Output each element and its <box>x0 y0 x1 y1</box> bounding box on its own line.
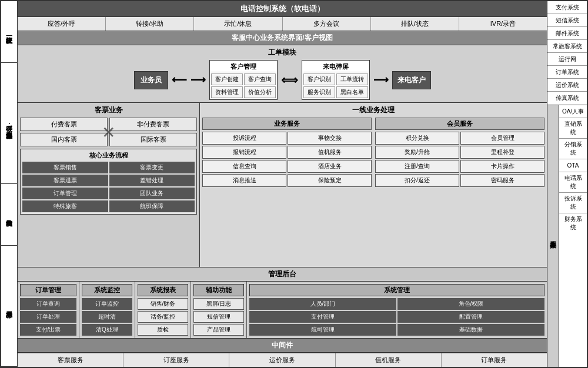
phone-btn-0[interactable]: 应答/外呼 <box>18 17 106 31</box>
mem-2: 奖励/升舱 <box>375 146 459 159</box>
rs-5: 订单系统 <box>547 66 587 79</box>
mgmt-sysmgmt: 系统管理 人员/部门 角色/权限 支付管理 配置管理 航司管理 基础数据 <box>247 282 547 338</box>
assist-items: 黑屏/日志 短信管理 产品管理 <box>193 298 244 336</box>
report-2: 质检 <box>138 324 188 336</box>
agent-box: 业务员 <box>134 71 168 89</box>
center-content: 电话控制系统（软电话） 应答/外呼 转接/求助 示忙/休息 多方会议 排队/状态… <box>18 1 547 367</box>
biz-5: 酒店业务 <box>288 160 372 173</box>
ticket-type-1: 非付费客票 <box>109 118 197 131</box>
cust-cell-0: 客户创建 <box>211 73 243 85</box>
biz-sub-title: 业务服务 <box>202 118 372 130</box>
core-grid: 客票销售 客票变更 客票退票 差错处理 订单管理 团队业务 特殊旅客 航班保障 <box>22 162 195 212</box>
inc-cell-0: 客户识别 <box>303 73 335 85</box>
workorder-section: 工单模块 业务员 ⟵ ⟶ 客户管理 客户创建 客户查询 资料管理 价值分析 ⟺ <box>18 45 547 103</box>
order-0: 订单查询 <box>20 298 76 310</box>
rs-1: 短信系统 <box>547 14 587 27</box>
order-title: 订单管理 <box>20 284 76 296</box>
mem-5: 卡片操作 <box>460 160 544 173</box>
customer-mgmt-title: 客户管理 <box>211 62 276 72</box>
mw-4[interactable]: 订单服务 <box>442 353 547 367</box>
rb-4: 电话系统 <box>559 172 587 193</box>
biz-7: 保险预定 <box>288 174 372 187</box>
rb-2: 分销系统 <box>559 139 587 159</box>
sys-5: 基础数据 <box>397 324 544 336</box>
sysmgmt-grid: 人员/部门 角色/权限 支付管理 配置管理 航司管理 基础数据 <box>249 298 544 336</box>
assist-0: 黑屏/日志 <box>193 298 244 310</box>
member-title: 会员服务 <box>375 118 544 130</box>
phone-btn-3[interactable]: 多方会议 <box>283 17 371 31</box>
core-title: 核心业务流程 <box>22 151 195 160</box>
left-sidebar-lb: 负载均衡 <box>1 184 17 246</box>
right-bottom-items: OA/人事 直销系统 分销系统 OTA 电话系统 投诉系统 财务系统 <box>559 105 587 367</box>
core-0: 客票销售 <box>22 162 108 173</box>
mw-3[interactable]: 值机服务 <box>336 353 442 367</box>
right-arrow: ⟶ <box>191 73 206 86</box>
report-title: 系统报表 <box>138 284 188 296</box>
ticket-type-3: 国际客票 <box>109 133 197 146</box>
customer-mgmt-grid: 客户创建 客户查询 资料管理 价值分析 <box>211 73 276 98</box>
mem-4: 注册/查询 <box>375 160 459 173</box>
mem-7: 密码服务 <box>460 174 544 187</box>
double-arrow: ⟺ <box>281 73 298 87</box>
rs-3: 常旅客系统 <box>547 40 587 53</box>
phone-system-title: 电话控制系统（软电话） <box>18 1 547 17</box>
left-sidebar: 统一认证授权 缓存·通讯和协议服务 负载均衡 标准服务 <box>1 1 18 367</box>
report-items: 销售/财务 话务/监控 质检 <box>138 298 188 336</box>
biz-6: 消息推送 <box>202 174 286 187</box>
order-items: 订单查询 订单处理 支付/出票 <box>20 298 76 336</box>
left-sidebar-auth: 统一认证授权 <box>1 1 17 63</box>
incoming-title: 来电弹屏 <box>303 62 368 72</box>
phone-btn-5[interactable]: IVR/录音 <box>459 17 547 31</box>
biz-1: 事物交接 <box>288 132 372 145</box>
core-7: 航班保障 <box>109 200 195 212</box>
biz-0: 投诉流程 <box>202 132 286 145</box>
rb-0: OA/人事 <box>559 105 587 118</box>
order-2: 支付/出票 <box>20 324 76 336</box>
monitor-items: 订单监控 超时清 清Q处理 <box>82 298 132 336</box>
mw-2[interactable]: 运价服务 <box>229 353 335 367</box>
right-top-items: 支付系统 短信系统 邮件系统 常旅客系统 运行网 订单系统 运价系统 传真系统 <box>547 1 587 105</box>
mgmt-assist: 辅助功能 黑屏/日志 短信管理 产品管理 <box>191 282 247 338</box>
ticket-type-2: 国内客票 <box>20 133 108 146</box>
ticket-type-grid: 付费客票 非付费客票 国内客票 国际客票 ✕ <box>20 118 197 146</box>
monitor-1: 超时清 <box>82 311 132 323</box>
phone-btn-1[interactable]: 转接/求助 <box>106 17 194 31</box>
sys-3: 配置管理 <box>397 311 544 323</box>
sys-4: 航司管理 <box>249 324 396 336</box>
report-1: 话务/监控 <box>138 311 188 323</box>
core-process-box: 核心业务流程 客票销售 客票变更 客票退票 差错处理 订单管理 团队业务 特殊旅… <box>20 149 197 215</box>
phone-btn-4[interactable]: 排队/状态 <box>371 17 459 31</box>
ticket-section: 客票业务 付费客票 非付费客票 国内客票 国际客票 ✕ 核心业务流程 客票销售 … <box>18 103 200 267</box>
core-2: 客票退票 <box>22 175 108 186</box>
mw-0[interactable]: 客票服务 <box>18 353 123 367</box>
order-1: 订单处理 <box>20 311 76 323</box>
service-access-label: 服务接入 <box>547 105 559 367</box>
core-6: 特殊旅客 <box>22 200 108 212</box>
left-sidebar-std: 标准服务 <box>1 246 17 367</box>
biz-sub-left: 业务服务 投诉流程 事物交接 报销流程 值机服务 信息查询 酒店业务 消息推送 … <box>202 118 372 187</box>
cust-cell-1: 客户查询 <box>244 73 276 85</box>
incoming-grid: 客户识别 工单流转 服务识别 黑白名单 <box>303 73 368 98</box>
workorder-title: 工单模块 <box>20 48 544 58</box>
mem-0: 积分兑换 <box>375 132 459 145</box>
rb-6: 财务系统 <box>559 213 587 233</box>
mgmt-order: 订单管理 订单查询 订单处理 支付/出票 <box>18 282 79 338</box>
middleware-title: 中间件 <box>18 339 547 353</box>
biz-section-title: 一线业务处理 <box>202 105 544 115</box>
customer-mgmt-group: 客户管理 客户创建 客户查询 资料管理 价值分析 <box>209 60 278 100</box>
mgmt-monitor: 系统监控 订单监控 超时清 清Q处理 <box>79 282 135 338</box>
sys-2: 支付管理 <box>249 311 396 323</box>
mgmt-report: 系统报表 销售/财务 话务/监控 质检 <box>135 282 191 338</box>
phone-btn-2[interactable]: 示忙/休息 <box>194 17 282 31</box>
core-1: 客票变更 <box>109 162 195 173</box>
biz-section: 一线业务处理 业务服务 投诉流程 事物交接 报销流程 值机服务 信息查询 酒店业… <box>200 103 547 267</box>
monitor-title: 系统监控 <box>82 284 132 296</box>
workorder-inner: 业务员 ⟵ ⟶ 客户管理 客户创建 客户查询 资料管理 价值分析 ⟺ 来电弹屏 <box>20 60 544 100</box>
inc-cell-1: 工单流转 <box>336 73 368 85</box>
biz-2: 报销流程 <box>202 146 286 159</box>
core-4: 订单管理 <box>22 188 108 199</box>
right-service-area: 服务接入 OA/人事 直销系统 分销系统 OTA 电话系统 投诉系统 财务系统 <box>547 105 587 367</box>
rs-6: 运价系统 <box>547 79 587 92</box>
mw-1[interactable]: 订座服务 <box>123 353 229 367</box>
mem-3: 里程补登 <box>460 146 544 159</box>
